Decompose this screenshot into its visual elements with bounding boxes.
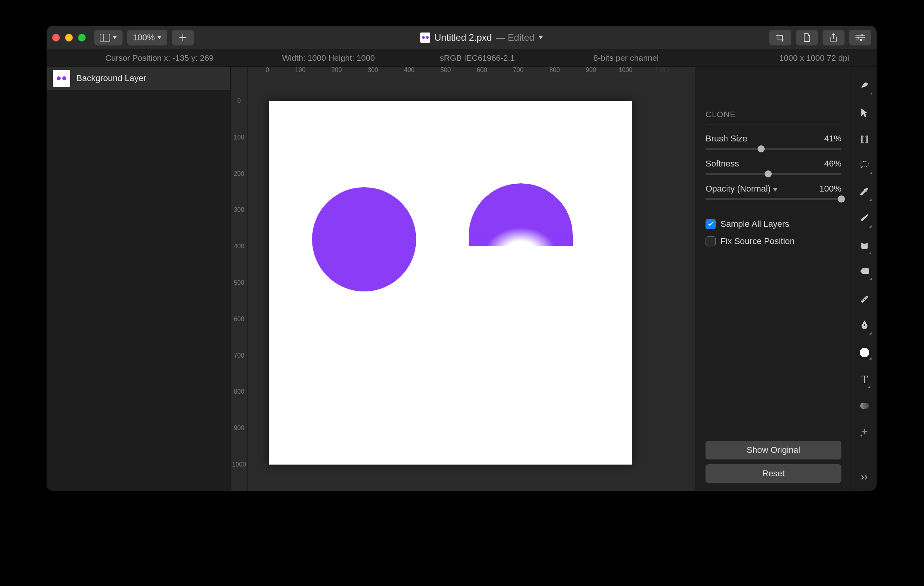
panel-title: CLONE <box>706 77 841 125</box>
chevron-down-icon <box>112 36 117 39</box>
bit-depth-readout: 8-bits per channel <box>552 53 700 63</box>
crop-tool[interactable] <box>857 132 872 147</box>
zoom-window-button[interactable] <box>78 34 86 42</box>
svg-point-12 <box>861 241 868 244</box>
sample-all-layers-checkbox[interactable]: Sample All Layers <box>706 219 841 229</box>
main-area: Background Layer 01002003004005006007008… <box>47 67 877 491</box>
brush-tool[interactable] <box>857 212 872 227</box>
svg-rect-8 <box>861 136 863 143</box>
document-title[interactable]: Untitled 2.pxd — Edited <box>199 32 765 43</box>
export-toolbar-button[interactable] <box>796 30 818 45</box>
opacity-label[interactable]: Opacity (Normal) <box>706 184 778 194</box>
app-window: 100% Untitled 2.pxd — Edited <box>46 25 877 491</box>
document-edit-status: — Edited <box>496 32 534 43</box>
svg-point-7 <box>860 39 862 41</box>
zoom-level-label: 100% <box>133 33 155 43</box>
chevron-down-icon <box>157 36 162 39</box>
title-bar: 100% Untitled 2.pxd — Edited <box>47 26 877 49</box>
layer-thumbnail <box>53 70 70 87</box>
horizontal-ruler[interactable]: 0100200300400500600700800900100011001200… <box>248 67 695 78</box>
clone-stamp-tool[interactable] <box>857 78 872 94</box>
close-window-button[interactable] <box>52 34 60 42</box>
softness-slider[interactable] <box>706 173 841 175</box>
info-bar: Cursor Position x: -135 y: 269 Width: 10… <box>47 49 877 67</box>
chevron-down-icon <box>773 188 778 192</box>
settings-toolbar-button[interactable] <box>849 30 871 45</box>
document-filename: Untitled 2.pxd <box>434 32 492 43</box>
canvas-size-readout: Width: 1000 Height: 1000 <box>254 53 403 63</box>
move-tool[interactable] <box>857 105 872 121</box>
reset-button[interactable]: Reset <box>706 464 841 483</box>
zoom-level-dropdown[interactable]: 100% <box>127 30 167 45</box>
fill-tool[interactable] <box>857 238 872 254</box>
minimize-window-button[interactable] <box>65 34 73 42</box>
checkbox-icon <box>706 236 716 246</box>
shape-tool[interactable] <box>857 345 872 360</box>
fix-source-position-checkbox[interactable]: Fix Source Position <box>706 236 841 246</box>
window-controls <box>52 34 90 42</box>
svg-rect-0 <box>100 34 110 41</box>
layer-row[interactable]: Background Layer <box>47 67 230 90</box>
brush-size-label: Brush Size <box>706 134 747 144</box>
add-button[interactable] <box>172 30 194 45</box>
fix-source-position-label: Fix Source Position <box>720 236 795 246</box>
lasso-tool[interactable] <box>857 158 872 174</box>
svg-point-5 <box>857 36 859 38</box>
svg-rect-9 <box>866 136 868 143</box>
layer-name: Background Layer <box>76 73 146 83</box>
pen-tool[interactable] <box>857 318 872 334</box>
eraser-tool[interactable] <box>857 265 872 280</box>
canvas-content-shape <box>312 187 416 291</box>
resolution-readout: 1000 x 1000 72 dpi <box>700 53 869 63</box>
softness-label: Softness <box>706 159 739 169</box>
cursor-position-readout: Cursor Position x: -135 y: 269 <box>54 53 254 63</box>
svg-point-16 <box>865 297 866 298</box>
sidebar-toggle-button[interactable] <box>94 30 123 45</box>
expand-tools-button[interactable]: ›› <box>861 471 868 491</box>
effects-tool[interactable] <box>857 425 872 440</box>
document-icon <box>420 33 430 43</box>
vertical-ruler[interactable]: 01002003004005006007008009001000 <box>231 78 248 491</box>
opacity-value: 100% <box>819 184 841 194</box>
document-viewport[interactable] <box>248 78 695 491</box>
brush-size-slider[interactable] <box>706 148 841 150</box>
svg-point-15 <box>864 299 864 300</box>
softness-value: 46% <box>824 159 841 169</box>
healing-tool[interactable] <box>857 291 872 307</box>
share-toolbar-button[interactable] <box>823 30 845 45</box>
checkbox-icon <box>706 219 716 229</box>
canvas-area: 0100200300400500600700800900100011001200… <box>231 67 695 491</box>
svg-point-3 <box>861 34 863 36</box>
eyedropper-tool[interactable] <box>857 185 872 201</box>
properties-panel: CLONE Brush Size 41% Softness 46% Opacit… <box>695 67 852 491</box>
crop-toolbar-button[interactable] <box>769 30 791 45</box>
title-bar-right <box>769 30 871 45</box>
artboard[interactable] <box>269 101 632 465</box>
svg-point-19 <box>863 403 869 409</box>
adjustments-tool[interactable] <box>857 398 872 414</box>
brush-size-value: 41% <box>824 134 841 144</box>
svg-point-14 <box>862 300 863 301</box>
sample-all-layers-label: Sample All Layers <box>720 219 789 229</box>
color-profile-readout: sRGB IEC61966-2.1 <box>403 53 552 63</box>
show-original-button[interactable]: Show Original <box>706 441 841 459</box>
layers-panel: Background Layer <box>47 67 231 491</box>
svg-point-17 <box>864 324 865 326</box>
type-tool[interactable]: T <box>857 371 872 387</box>
chevron-down-icon <box>538 36 543 39</box>
tool-strip: T ›› <box>852 67 877 491</box>
canvas-content-shape <box>469 183 573 246</box>
opacity-slider[interactable] <box>706 198 841 200</box>
ruler-origin[interactable] <box>231 67 248 78</box>
